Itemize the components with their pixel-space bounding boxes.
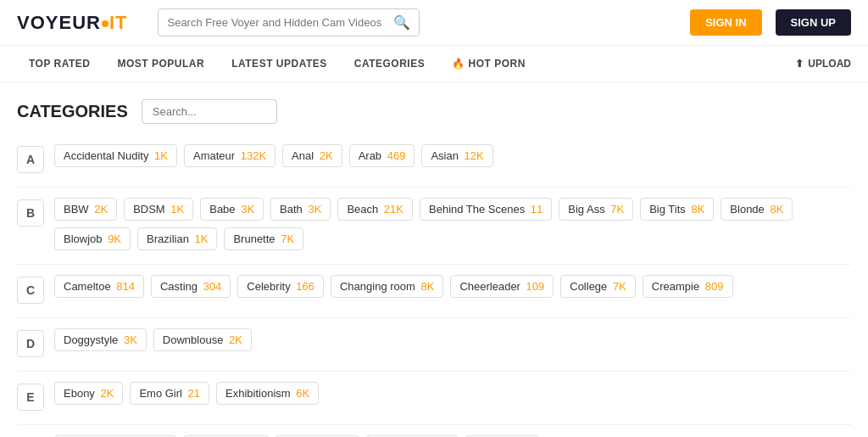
nav-item-categories[interactable]: CATEGORIES	[342, 46, 437, 81]
tag-item[interactable]: Cheerleader 109	[450, 275, 554, 298]
main-content: CATEGORIES AAccidental Nudity 1KAmateur …	[0, 82, 868, 437]
tag-count: 3K	[241, 203, 254, 216]
tag-item[interactable]: Amateur 132K	[184, 144, 275, 167]
tag-count: 2K	[229, 333, 242, 346]
tag-item[interactable]: Beach 21K	[337, 198, 413, 221]
tag-count: 166	[296, 280, 314, 293]
letter-badge-d: D	[17, 330, 44, 357]
search-bar: 🔍	[158, 8, 420, 36]
tag-item[interactable]: College 7K	[560, 275, 636, 298]
nav-upload[interactable]: ⬆ UPLOAD	[795, 46, 851, 81]
tag-item[interactable]: Creampie 809	[643, 275, 733, 298]
tag-count: 1K	[154, 149, 168, 162]
upload-label: UPLOAD	[808, 58, 851, 70]
tag-item[interactable]: Exhibitionism 6K	[216, 382, 319, 405]
tag-item[interactable]: Blowjob 9K	[54, 227, 131, 250]
tag-count: 2K	[100, 387, 114, 400]
letter-badge-a: A	[17, 146, 44, 173]
letter-badge-c: C	[17, 277, 44, 304]
tag-item[interactable]: Bath 3K	[270, 198, 331, 221]
tag-item[interactable]: Casting 304	[151, 275, 231, 298]
nav-item-hot-porn[interactable]: 🔥 HOT PORN	[440, 46, 537, 81]
tag-item[interactable]: Arab 469	[349, 144, 415, 167]
letter-group-c: CCameltoe 814Casting 304Celebrity 166Cha…	[17, 275, 851, 304]
logo-dot	[102, 20, 108, 27]
tags-container-d: Doggystyle 3KDownblouse 2K	[54, 328, 851, 351]
logo-text-2: IT	[109, 12, 128, 33]
page-title: CATEGORIES	[17, 102, 128, 121]
tag-count: 7K	[281, 233, 294, 245]
tag-count: 7K	[613, 280, 626, 293]
search-button[interactable]: 🔍	[393, 14, 410, 31]
signin-button[interactable]: SIGN IN	[690, 9, 761, 36]
tag-item[interactable]: Ebony 2K	[54, 382, 123, 405]
tag-count: 6K	[296, 387, 309, 400]
tag-count: 21K	[384, 203, 403, 216]
letter-group-a: AAccidental Nudity 1KAmateur 132KAnal 2K…	[17, 144, 851, 173]
tags-container-e: Ebony 2KEmo Girl 21Exhibitionism 6K	[54, 382, 851, 405]
group-divider	[17, 264, 851, 265]
logo-text-1: VOYEUR	[17, 12, 101, 33]
tag-count: 21	[188, 387, 200, 400]
tag-count: 8K	[691, 203, 704, 216]
tags-container-a: Accidental Nudity 1KAmateur 132KAnal 2KA…	[54, 144, 851, 167]
tag-count: 9K	[108, 233, 121, 245]
signup-button[interactable]: SIGN UP	[776, 9, 851, 36]
nav-item-top-rated[interactable]: TOP RATED	[17, 46, 103, 81]
tags-container-c: Cameltoe 814Casting 304Celebrity 166Chan…	[54, 275, 851, 298]
tag-item[interactable]: Asian 12K	[421, 144, 492, 167]
tag-count: 8K	[420, 280, 434, 293]
group-divider	[17, 424, 851, 425]
tag-count: 3K	[124, 333, 137, 346]
tag-count: 1K	[195, 233, 209, 245]
tag-count: 2K	[320, 149, 333, 162]
tag-item[interactable]: Doggystyle 3K	[54, 328, 147, 351]
tag-item[interactable]: Blonde 8K	[721, 198, 793, 221]
letter-groups: AAccidental Nudity 1KAmateur 132KAnal 2K…	[17, 144, 851, 437]
tags-container-b: BBW 2KBDSM 1KBabe 3KBath 3KBeach 21KBehi…	[54, 198, 851, 250]
tag-count: 11	[531, 203, 542, 216]
tag-item[interactable]: Changing room 8K	[331, 275, 443, 298]
tag-item[interactable]: Downblouse 2K	[153, 328, 252, 351]
tag-item[interactable]: Brazilian 1K	[137, 227, 217, 250]
letter-group-d: DDoggystyle 3KDownblouse 2K	[17, 328, 851, 357]
categories-search-input[interactable]	[142, 99, 277, 124]
tag-item[interactable]: Cameltoe 814	[54, 275, 144, 298]
letter-group-b: BBBW 2KBDSM 1KBabe 3KBath 3KBeach 21KBeh…	[17, 198, 851, 250]
page-header: CATEGORIES	[17, 99, 851, 124]
tag-item[interactable]: Babe 3K	[200, 198, 264, 221]
tag-count: 2K	[94, 203, 108, 216]
tag-count: 814	[116, 280, 135, 293]
letter-badge-e: E	[17, 384, 44, 411]
tag-item[interactable]: Behind The Scenes 11	[420, 198, 552, 221]
tag-item[interactable]: BBW 2K	[54, 198, 117, 221]
tag-item[interactable]: Accidental Nudity 1K	[54, 144, 177, 167]
nav-item-most-popular[interactable]: MOST POPULAR	[106, 46, 217, 81]
letter-group-e: EEbony 2KEmo Girl 21Exhibitionism 6K	[17, 382, 851, 411]
tag-count: 132K	[241, 149, 266, 162]
group-divider	[17, 187, 851, 188]
header: VOYEURIT 🔍 SIGN IN SIGN UP	[0, 0, 868, 46]
tag-count: 12K	[465, 149, 484, 162]
tag-item[interactable]: Big Ass 7K	[559, 198, 633, 221]
tag-count: 109	[526, 280, 545, 293]
tag-item[interactable]: Brunette 7K	[224, 227, 303, 250]
tag-count: 8K	[770, 203, 783, 216]
tag-item[interactable]: Anal 2K	[282, 144, 342, 167]
tag-count: 809	[705, 280, 724, 293]
nav: TOP RATED MOST POPULAR LATEST UPDATES CA…	[0, 46, 868, 82]
tag-item[interactable]: Emo Girl 21	[130, 382, 209, 405]
letter-badge-b: B	[17, 199, 44, 227]
group-divider	[17, 317, 851, 318]
tag-count: 7K	[610, 203, 624, 216]
tag-item[interactable]: Celebrity 166	[237, 275, 324, 298]
tag-item[interactable]: Big Tits 8K	[640, 198, 714, 221]
tag-count: 1K	[170, 203, 184, 216]
tag-count: 304	[203, 280, 222, 293]
tag-item[interactable]: BDSM 1K	[124, 198, 193, 221]
logo: VOYEURIT	[17, 12, 127, 34]
nav-item-latest-updates[interactable]: LATEST UPDATES	[220, 46, 339, 81]
tag-count: 3K	[308, 203, 321, 216]
search-input[interactable]	[167, 16, 393, 29]
tag-count: 469	[387, 149, 406, 162]
